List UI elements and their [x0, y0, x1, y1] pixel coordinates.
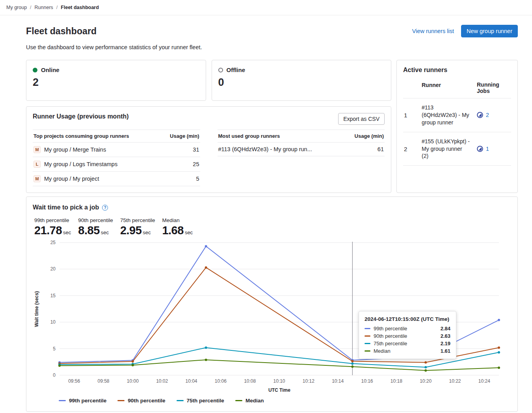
stat-99th-percentile: 99th percentile 21.78sec [34, 217, 71, 237]
table-row: M My group / My project 5 [33, 172, 200, 186]
series-swatch [365, 343, 370, 344]
runner-name: #113 (6QHdzW2e3) - My group run... [218, 146, 312, 152]
series-swatch [117, 400, 125, 402]
svg-text:Wait time (secs): Wait time (secs) [34, 291, 39, 327]
running-jobs-count[interactable]: 1 [486, 146, 489, 152]
breadcrumb: My group / Runners / Fleet dashboard [0, 0, 532, 15]
svg-text:10:18: 10:18 [391, 378, 402, 384]
runner-link[interactable]: #113 (6QHdzW2e3) - My group runner [422, 104, 470, 126]
stat-90th-percentile: 90th percentile 8.85sec [78, 217, 113, 237]
svg-text:25: 25 [50, 240, 56, 245]
stat-75th-percentile: 75th percentile 2.95sec [120, 217, 155, 237]
view-runners-list-link[interactable]: View runners list [412, 28, 454, 34]
svg-text:10:12: 10:12 [303, 378, 314, 384]
active-runners-title: Active runners [403, 67, 511, 74]
svg-text:10:02: 10:02 [156, 378, 168, 384]
breadcrumb-my-group[interactable]: My group [6, 5, 27, 10]
svg-text:15: 15 [50, 293, 56, 298]
project-usage: 5 [196, 176, 199, 182]
series-swatch [59, 400, 66, 402]
legend-item-75th[interactable]: 75th percentile [177, 398, 224, 404]
offline-count: 0 [218, 76, 385, 89]
runner-usage-card: Runner Usage (previous month) Export as … [26, 106, 391, 193]
table-row: #113 (6QHdzW2e3) - My group run... 61 [218, 143, 385, 156]
dashboard-top-area: Online 2 Offline 0 Runner Usage ( [26, 60, 518, 193]
svg-text:10:00: 10:00 [127, 378, 139, 384]
runner-column-header: Runner [422, 81, 470, 94]
wait-time-title: Wait time to pick a job [33, 204, 99, 211]
export-csv-button[interactable]: Export as CSV [338, 113, 385, 125]
svg-text:10:24: 10:24 [478, 378, 490, 384]
svg-text:10:04: 10:04 [185, 378, 197, 384]
most-used-runners-table: Most used group runners Usage (min) #113… [218, 130, 385, 186]
project-name: My group / Merge Trains [44, 146, 106, 153]
stat-median: Median 1.68sec [162, 217, 193, 237]
runner-usage: 61 [378, 146, 384, 152]
page-description: Use the dashboard to view performance st… [26, 44, 518, 50]
top-projects-table: Top projects consuming group runners Usa… [33, 130, 200, 186]
svg-text:10:22: 10:22 [449, 378, 461, 384]
running-jobs-count[interactable]: 2 [486, 112, 489, 118]
breadcrumb-runners[interactable]: Runners [35, 5, 53, 10]
project-avatar: L [33, 161, 41, 168]
series-swatch [365, 335, 370, 337]
breadcrumb-separator: / [30, 5, 31, 10]
wait-time-chart[interactable]: 051015202509:5609:5810:0010:0210:0410:06… [33, 239, 511, 394]
project-usage: 31 [193, 146, 199, 153]
svg-text:10:20: 10:20 [420, 378, 432, 384]
page-header: Fleet dashboard View runners list New gr… [26, 25, 518, 37]
active-runner-row: 2 #155 (ULkKYpkpt) - My group runner (2)… [403, 132, 511, 166]
wait-time-stats: 99th percentile 21.78sec 90th percentile… [34, 217, 510, 237]
usage-min-header: Usage (min) [170, 133, 199, 139]
svg-text:10:16: 10:16 [361, 378, 373, 384]
tooltip-row: 90th percentile 2.63 [365, 333, 450, 339]
online-label: Online [41, 67, 60, 73]
chart-legend: 99th percentile 90th percentile 75th per… [59, 398, 511, 404]
runner-rank: 1 [403, 112, 422, 119]
running-status-icon [477, 112, 483, 118]
active-runner-row: 1 #113 (6QHdzW2e3) - My group runner 2 [403, 98, 511, 132]
page-title: Fleet dashboard [26, 26, 97, 37]
legend-item-median[interactable]: Median [235, 398, 264, 404]
most-used-runners-header: Most used group runners [218, 133, 280, 139]
svg-text:20: 20 [50, 266, 56, 272]
table-row: L My group / Logs Timestamps 25 [33, 157, 200, 172]
tooltip-title: 2024-06-12T10:15:00Z (UTC Time) [365, 316, 450, 322]
legend-item-90th[interactable]: 90th percentile [117, 398, 165, 404]
runner-link[interactable]: #155 (ULkKYpkpt) - My group runner (2) [422, 138, 470, 160]
svg-text:09:56: 09:56 [68, 378, 80, 384]
status-cards-row: Online 2 Offline 0 [26, 60, 391, 101]
legend-item-99th[interactable]: 99th percentile [59, 398, 106, 404]
svg-text:10:10: 10:10 [273, 378, 285, 384]
online-count: 2 [33, 76, 199, 89]
offline-status-icon [218, 68, 223, 72]
svg-text:09:58: 09:58 [97, 378, 109, 384]
series-swatch [235, 400, 242, 402]
usage-min-header: Usage (min) [355, 133, 384, 139]
tooltip-row: 99th percentile 2.84 [365, 326, 450, 332]
active-runners-card: Active runners Runner Running Jobs 1 #11… [396, 60, 518, 193]
svg-text:0: 0 [53, 372, 56, 378]
dashboard-left-column: Online 2 Offline 0 Runner Usage ( [26, 60, 391, 193]
offline-runners-card: Offline 0 [212, 60, 392, 101]
series-swatch [177, 400, 184, 402]
usage-tables: Top projects consuming group runners Usa… [33, 130, 385, 186]
project-usage: 25 [193, 161, 199, 167]
series-swatch [365, 350, 370, 352]
tooltip-row: Median 1.61 [365, 348, 450, 354]
online-status-icon [33, 68, 37, 72]
svg-text:10:08: 10:08 [244, 378, 256, 384]
breadcrumb-separator: / [56, 5, 58, 10]
running-jobs-column-header: Running Jobs [470, 81, 511, 94]
fleet-dashboard-page: My group / Runners / Fleet dashboard Fle… [0, 0, 532, 413]
new-group-runner-button[interactable]: New group runner [461, 25, 518, 37]
svg-text:5: 5 [53, 346, 56, 352]
project-avatar: M [33, 175, 41, 182]
breadcrumb-current: Fleet dashboard [61, 5, 99, 10]
runner-usage-title: Runner Usage (previous month) [33, 113, 129, 120]
running-status-icon [477, 146, 483, 152]
runner-rank: 2 [403, 146, 422, 152]
svg-text:10: 10 [50, 319, 56, 325]
help-icon[interactable]: ? [102, 205, 108, 211]
project-name: My group / Logs Timestamps [44, 161, 117, 167]
